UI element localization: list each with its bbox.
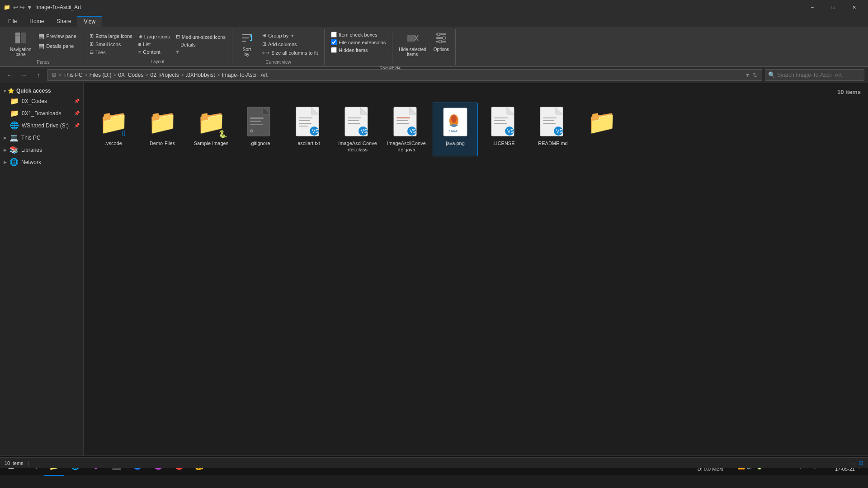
extra-large-icons-button[interactable]: ⊞ Extra large icons xyxy=(87,32,135,40)
file-name-extensions-item[interactable]: File name extensions xyxy=(331,39,386,45)
svg-rect-26 xyxy=(299,123,311,124)
undo-icon[interactable]: ↩ xyxy=(13,4,18,11)
layout-col2: ⊞ Large icons ≡ List ≡ Content xyxy=(136,33,173,56)
maximize-button[interactable]: □ xyxy=(823,0,844,14)
file-item-extra-folder[interactable]: 📁 xyxy=(579,103,624,156)
ribbon-group-panes: Navigationpane ▤ Preview pane ▤ Details … xyxy=(4,29,83,65)
redo-icon[interactable]: ↪ xyxy=(20,4,25,11)
refresh-icon[interactable]: ↻ xyxy=(753,71,758,79)
file-item-class[interactable]: VS ImageAsciiConverter.class xyxy=(335,103,380,156)
layout-col3: ⊞ Medium-sized icons ≡ Details ▼ xyxy=(173,33,228,55)
item-checkboxes-checkbox[interactable] xyxy=(331,32,337,38)
svg-rect-59 xyxy=(543,123,556,124)
options-label: Options xyxy=(434,47,449,52)
small-icons-button[interactable]: ⊞ Small icons xyxy=(87,40,135,48)
large-icons-icon: ⊞ xyxy=(138,33,142,39)
sidebar-item-downloads[interactable]: 📁 0X1_Downloads 📌 xyxy=(0,107,83,119)
file-item-gitignore[interactable]: ⚙ .gitignore xyxy=(237,103,283,156)
gitignore-file-icon: ⚙ xyxy=(246,106,274,138)
path-hobbyist[interactable]: .0XHobbyist xyxy=(186,72,215,78)
sort-by-icon xyxy=(241,32,253,46)
path-thispc[interactable]: This PC xyxy=(63,72,83,78)
file-label-gitignore: .gitignore xyxy=(250,140,270,146)
size-all-columns-button[interactable]: ⟺ Size all columns to fit xyxy=(259,49,321,56)
quick-access-header[interactable]: ▾ ⭐ Quick access xyxy=(0,85,83,95)
large-icons-button[interactable]: ⊞ Large icons xyxy=(136,33,173,40)
tab-view[interactable]: View xyxy=(77,16,102,27)
address-path[interactable]: 🖥 > This PC > Files (D:) > 0X_Codes > 02… xyxy=(47,69,762,81)
navigation-pane-label: Navigationpane xyxy=(10,47,31,57)
file-label-java-png: java.png xyxy=(446,140,465,146)
details-button[interactable]: ≡ Details xyxy=(173,41,228,48)
search-input[interactable] xyxy=(777,72,861,78)
svg-text:VS: VS xyxy=(361,128,368,134)
minimize-button[interactable]: − xyxy=(802,0,823,14)
details-pane-button[interactable]: ▤ Details pane xyxy=(36,42,79,51)
panes-content: Navigationpane ▤ Preview pane ▤ Details … xyxy=(7,30,79,59)
status-separator: | xyxy=(28,460,29,466)
close-button[interactable]: ✕ xyxy=(844,0,864,14)
back-button[interactable]: ← xyxy=(4,69,15,81)
svg-rect-25 xyxy=(299,120,310,121)
sidebar-item-libraries[interactable]: ▶ 📚 Libraries xyxy=(0,144,83,156)
hidden-items-item[interactable]: Hidden items xyxy=(331,47,386,53)
svg-rect-32 xyxy=(348,117,361,118)
path-current[interactable]: Image-To-Ascii_Art xyxy=(222,72,268,78)
file-item-license[interactable]: VS LICENSE xyxy=(481,103,527,156)
sidebar-item-wshared[interactable]: 🌐 WShared Drive (S:) 📌 xyxy=(0,119,83,131)
show-hide-content: Item check boxes File name extensions Hi… xyxy=(328,30,452,65)
sidebar-item-0xcodes[interactable]: 📁 0X_Codes 📌 xyxy=(0,95,83,107)
sort-by-button[interactable]: Sort by xyxy=(236,30,258,59)
svg-rect-0 xyxy=(15,33,20,43)
file-item-sample-images[interactable]: 📁 🐍 Sample Images xyxy=(189,103,234,156)
content-header: 10 items xyxy=(87,87,864,99)
tab-file[interactable]: File xyxy=(2,16,23,27)
status-bar: 10 items | ≡ ⊞ xyxy=(0,457,868,468)
small-icons-icon: ⊞ xyxy=(90,41,94,47)
title-bar-icon: 📁 xyxy=(4,4,10,10)
medium-icons-button[interactable]: ⊞ Medium-sized icons xyxy=(173,33,228,41)
file-item-asciiart[interactable]: VS asciiart.txt xyxy=(286,103,331,156)
content-button[interactable]: ≡ Content xyxy=(136,48,173,56)
file-item-java-file[interactable]: VS ImageAsciiConverter.java xyxy=(384,103,429,156)
file-icon-area-demo-files: 📁 xyxy=(146,106,179,138)
sample-images-overlay: 🐍 xyxy=(218,130,227,138)
file-item-vscode[interactable]: 📁 {} .vscode xyxy=(91,103,136,156)
title-bar-left: 📁 ↩ ↪ ▼ Image-To-Ascii_Art xyxy=(4,4,81,11)
view-toggle-grid[interactable]: ⊞ xyxy=(859,460,863,466)
file-item-readme[interactable]: VS README.md xyxy=(530,103,576,156)
file-label-readme: README.md xyxy=(538,140,567,146)
up-button[interactable]: ↑ xyxy=(33,69,44,81)
search-box[interactable]: 🔍 xyxy=(765,69,864,81)
layout-expand-icon[interactable]: ▼ xyxy=(173,49,228,55)
sidebar-item-network[interactable]: ▶ 🌐 Network xyxy=(0,156,83,168)
path-dropdown-icon[interactable]: ▼ xyxy=(745,72,750,78)
add-columns-button[interactable]: ⊞ Add columns xyxy=(259,40,321,48)
down-arrow-icon[interactable]: ▼ xyxy=(27,4,33,11)
tab-share[interactable]: Share xyxy=(50,16,77,27)
path-files[interactable]: Files (D:) xyxy=(90,72,112,78)
svg-rect-6 xyxy=(407,35,415,42)
search-icon: 🔍 xyxy=(768,71,775,78)
tiles-button[interactable]: ⊟ Tiles xyxy=(87,48,135,56)
group-by-button[interactable]: ⊞ Group by ▼ xyxy=(259,32,321,39)
item-checkboxes-item[interactable]: Item check boxes xyxy=(331,32,386,38)
preview-pane-button[interactable]: ▤ Preview pane xyxy=(36,32,79,41)
sidebar-item-thispc[interactable]: ▶ 💻 This PC xyxy=(0,131,83,144)
ribbon-tabs: File Home Share View xyxy=(0,14,868,27)
path-0xcodes[interactable]: 0X_Codes xyxy=(118,72,143,78)
tab-home[interactable]: Home xyxy=(23,16,50,27)
hide-selected-label: Hide selected items xyxy=(399,47,426,57)
file-item-java-png[interactable]: JAVA java.png xyxy=(433,103,478,156)
navigation-pane-button[interactable]: Navigationpane xyxy=(7,30,34,59)
options-button[interactable]: Options xyxy=(431,30,452,54)
view-toggle-list[interactable]: ≡ xyxy=(851,460,855,466)
hide-selected-items-button[interactable]: Hide selected items xyxy=(396,30,429,59)
show-hide-divider xyxy=(392,32,392,63)
file-item-demo-files[interactable]: 📁 Demo-Files xyxy=(140,103,185,156)
path-02projects[interactable]: 02_Projects xyxy=(150,72,179,78)
hidden-items-checkbox[interactable] xyxy=(331,47,337,53)
list-button[interactable]: ≡ List xyxy=(136,41,173,48)
forward-button[interactable]: → xyxy=(18,69,30,81)
file-name-extensions-checkbox[interactable] xyxy=(331,39,337,45)
